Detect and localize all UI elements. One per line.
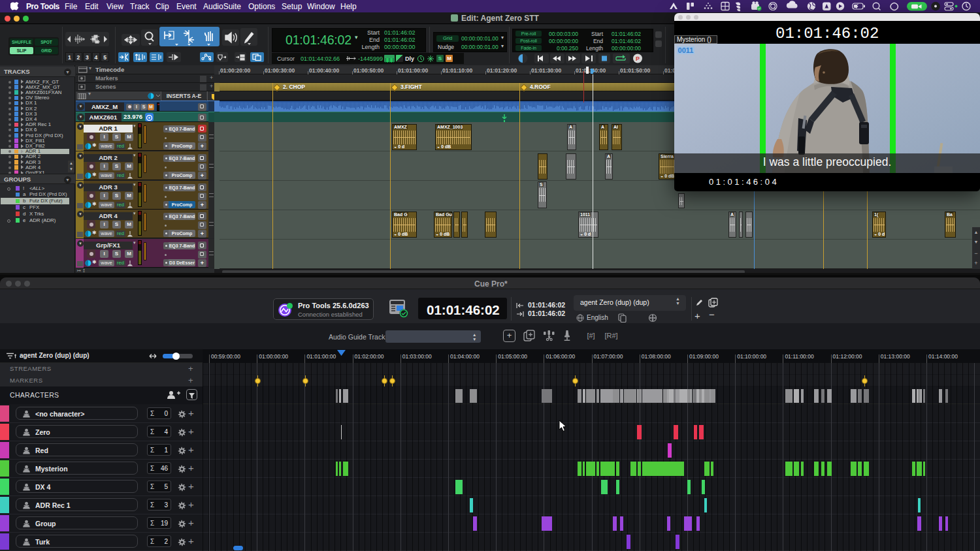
svg-text:P: P [636,55,640,62]
